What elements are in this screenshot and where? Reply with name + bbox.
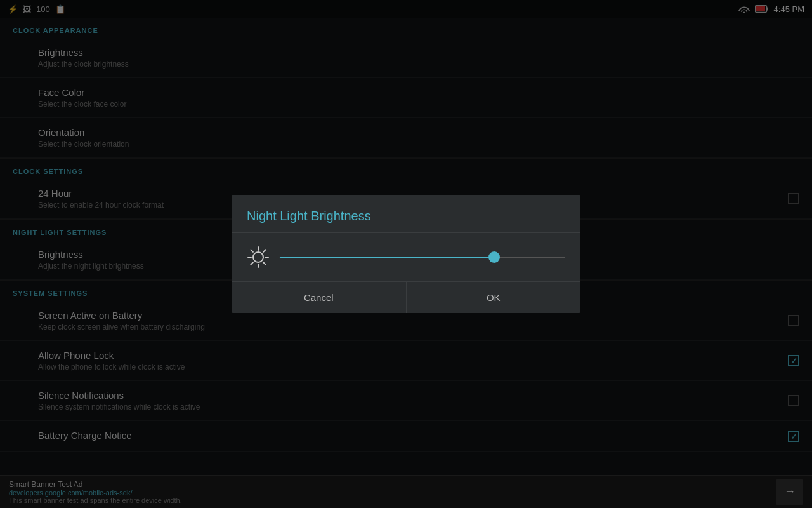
slider-thumb[interactable] <box>488 251 500 263</box>
dialog-title: Night Light Brightness <box>247 209 371 223</box>
ok-button[interactable]: OK <box>407 282 581 313</box>
brightness-slider-container[interactable] <box>280 251 565 264</box>
svg-line-8 <box>251 250 253 252</box>
dialog-body <box>232 233 580 281</box>
slider-track <box>280 257 565 258</box>
svg-line-11 <box>251 262 253 265</box>
dialog-actions: Cancel OK <box>232 281 580 313</box>
cancel-button[interactable]: Cancel <box>232 282 407 313</box>
dialog-title-bar: Night Light Brightness <box>232 195 580 233</box>
sun-icon <box>247 246 270 269</box>
slider-fill <box>280 257 494 258</box>
dialog-overlay: Night Light Brightness <box>0 0 812 508</box>
svg-line-9 <box>263 262 266 265</box>
brightness-dialog: Night Light Brightness <box>232 195 580 313</box>
svg-line-10 <box>263 250 266 252</box>
svg-point-3 <box>253 252 263 262</box>
